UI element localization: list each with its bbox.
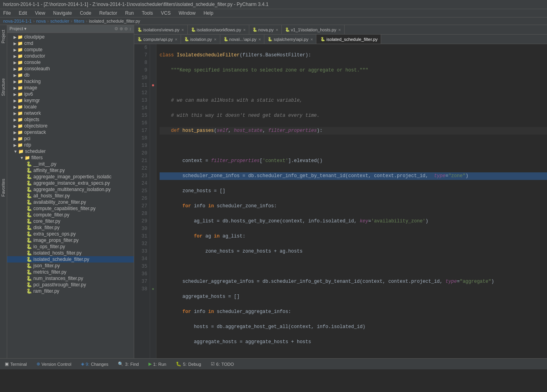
terminal-icon: ▣ bbox=[5, 361, 9, 367]
tree-item-openstack[interactable]: ▶ 📁openstack bbox=[7, 129, 134, 135]
menu-item-refactor[interactable]: Refactor bbox=[98, 10, 119, 16]
tab-isolation-py[interactable]: 🐍 isolation.py × bbox=[181, 35, 220, 44]
changes-number: 9: bbox=[86, 362, 89, 367]
bookmark-line11: ◉ bbox=[150, 82, 156, 89]
project-toolbar: ⚙ ⊕ ⊖ ↕ bbox=[114, 26, 131, 31]
tab-active-isolated-schedule[interactable]: 🐍 isolated_schedule_filter.py bbox=[316, 35, 381, 44]
menu-item-help[interactable]: Help bbox=[202, 10, 215, 16]
tree-item-compute-filter[interactable]: 🐍compute_filter.py bbox=[7, 212, 134, 218]
code-editor[interactable]: 6 7 8 9 10 11 12 13 14 15 16 17 18 19 20… bbox=[134, 44, 547, 358]
tree-item-db[interactable]: ▶ 📁db bbox=[7, 72, 134, 78]
run-number: 1: bbox=[153, 362, 157, 367]
debug-label: Debug bbox=[188, 362, 201, 367]
tree-item-json[interactable]: 🐍json_filter.py bbox=[7, 263, 134, 269]
tab-v1-1-isolation-hosts[interactable]: 🐍 v1_1\isolation_hosts.py × bbox=[282, 25, 345, 34]
tree-item-core[interactable]: 🐍core_filter.py bbox=[7, 218, 134, 224]
tab-compute-api[interactable]: 🐍 compute\api.py × bbox=[134, 35, 181, 44]
tree-item-compute-cap[interactable]: 🐍compute_capabilities_filter.py bbox=[7, 205, 134, 212]
project-panel: Project ▾ ⚙ ⊕ ⊖ ↕ ▶ 📁cloudpipe ▶ 📁cmd ▶ … bbox=[7, 25, 134, 358]
run-tool[interactable]: ▶ 1: Run bbox=[147, 361, 168, 367]
tab-sqlalchemy-api[interactable]: 🐍 sqlalchemy\api.py × bbox=[264, 35, 316, 44]
tree-item-ipv6[interactable]: ▶ 📁ipv6 bbox=[7, 91, 134, 97]
todo-number: 6: bbox=[216, 362, 220, 367]
code-content[interactable]: class IsolatedscheduleFilter(filters.Bas… bbox=[156, 44, 547, 358]
tree-item-extra-specs[interactable]: 🐍extra_specs_ops.py bbox=[7, 231, 134, 237]
line-numbers: 6 7 8 9 10 11 12 13 14 15 16 17 18 19 20… bbox=[134, 44, 150, 358]
breadcrumb-item[interactable]: nova bbox=[36, 19, 46, 23]
menu-item-tools[interactable]: Tools bbox=[140, 10, 154, 16]
favorites-side-tab[interactable]: Favorites bbox=[0, 177, 7, 198]
tree-item-isolated-hosts[interactable]: 🐍isolated_hosts_filter.py bbox=[7, 250, 134, 256]
find-tool[interactable]: 🔍 3: Find bbox=[116, 361, 141, 367]
breadcrumb-active-file: isolated_schedule_filter.py bbox=[89, 19, 140, 23]
tree-item-compute[interactable]: ▶ 📁compute bbox=[7, 46, 134, 53]
terminal-tool[interactable]: ▣ Terminal bbox=[3, 361, 29, 367]
changes-label: Changes bbox=[91, 362, 108, 367]
tree-item-objectstore[interactable]: ▶ 📁objectstore bbox=[7, 123, 134, 129]
tab-isolations-workflows[interactable]: 🐍 isolations\workflows.py × bbox=[188, 25, 249, 34]
editor-area: 🐍 isolations\views.py × 🐍 isolations\wor… bbox=[134, 25, 547, 358]
tree-item-agg-extra[interactable]: 🐍aggregate_instance_extra_specs.py bbox=[7, 180, 134, 186]
tree-item-keymgr[interactable]: ▶ 📁keymgr bbox=[7, 97, 134, 104]
tree-item-disk[interactable]: 🐍disk_filter.py bbox=[7, 224, 134, 231]
tree-item-init[interactable]: 🐍__init__.py bbox=[7, 161, 134, 167]
project-tree[interactable]: ▶ 📁cloudpipe ▶ 📁cmd ▶ 📁compute ▶ 📁conduc… bbox=[7, 33, 134, 358]
tree-item-agg-image[interactable]: 🐍aggregate_image_properties_isolatic bbox=[7, 174, 134, 180]
breadcrumb-item[interactable]: scheduler bbox=[50, 19, 69, 23]
menu-item-file[interactable]: File bbox=[2, 10, 12, 16]
terminal-label: Terminal bbox=[10, 362, 27, 367]
tree-item-metrics[interactable]: 🐍metrics_filter.py bbox=[7, 269, 134, 275]
run-icon: ▶ bbox=[148, 361, 152, 367]
tree-item-rdp[interactable]: ▶ 📁rdp bbox=[7, 142, 134, 148]
tree-item-console[interactable]: ▶ 📁console bbox=[7, 59, 134, 66]
bottom-status-bar: ▣ Terminal ⊕ Version Control ◈ 9: Change… bbox=[0, 358, 547, 369]
tree-item-network[interactable]: ▶ 📁network bbox=[7, 110, 134, 116]
menu-item-run[interactable]: Run bbox=[123, 10, 135, 16]
project-title: Project ▾ bbox=[10, 26, 27, 31]
menu-item-navigate[interactable]: Navigate bbox=[52, 10, 73, 16]
todo-icon: ☑ bbox=[211, 361, 215, 367]
find-icon: 🔍 bbox=[118, 361, 123, 367]
bookmark-line38: ◈ bbox=[150, 286, 156, 293]
tree-item-agg-multi[interactable]: 🐍aggregate_multitenancy_isolation.py bbox=[7, 186, 134, 193]
tree-item-hacking[interactable]: ▶ 📁hacking bbox=[7, 78, 134, 85]
version-control-tool[interactable]: ⊕ Version Control bbox=[35, 361, 73, 367]
title-text: horizon-2014-1-1 - [Z:\horizon-2014-1-1]… bbox=[3, 2, 268, 7]
breadcrumb-item[interactable]: filters bbox=[74, 19, 84, 23]
menu-item-view[interactable]: View bbox=[33, 10, 47, 16]
tree-item-isolated-schedule[interactable]: 🐍isolated_schedule_filter.py bbox=[7, 256, 134, 263]
tree-item-pci[interactable]: ▶ 📁pci bbox=[7, 135, 134, 142]
menu-item-edit[interactable]: Edit bbox=[17, 10, 29, 16]
tab-nova-api[interactable]: 🐍 nova\...\api.py × bbox=[220, 35, 265, 44]
tree-item-cloudpipe[interactable]: ▶ 📁cloudpipe bbox=[7, 34, 134, 40]
tree-item-io-ops[interactable]: 🐍io_ops_filter.py bbox=[7, 243, 134, 250]
breadcrumb-item[interactable]: nova-2014-1-1 bbox=[3, 19, 32, 23]
tree-item-objects[interactable]: ▶ 📁objects bbox=[7, 116, 134, 123]
vcs-icon: ⊕ bbox=[37, 361, 40, 367]
tree-item-filters[interactable]: ▼ 📁filters bbox=[7, 154, 134, 161]
tree-item-consoleauth[interactable]: ▶ 📁consoleauth bbox=[7, 66, 134, 72]
tab-isolations-views[interactable]: 🐍 isolations\views.py × bbox=[134, 25, 188, 34]
menu-item-vcs[interactable]: VCS bbox=[159, 10, 172, 16]
menu-item-window[interactable]: Window bbox=[177, 10, 197, 16]
tree-item-image-props[interactable]: 🐍image_props_filter.py bbox=[7, 237, 134, 243]
tree-item-all-hosts[interactable]: 🐍all_hosts_filter.py bbox=[7, 193, 134, 199]
structure-side-tab[interactable]: Structure bbox=[0, 77, 7, 98]
todo-tool[interactable]: ☑ 6: TODO bbox=[209, 361, 236, 367]
menu-item-code[interactable]: Code bbox=[78, 10, 93, 16]
tree-item-scheduler[interactable]: ▼ 📁scheduler bbox=[7, 148, 134, 154]
tree-item-ram[interactable]: 🐍ram_filter.py bbox=[7, 288, 134, 294]
tree-item-locale[interactable]: ▶ 📁locale bbox=[7, 104, 134, 110]
tree-item-avail-zone[interactable]: 🐍availability_zone_filter.py bbox=[7, 199, 134, 205]
tree-item-affinity[interactable]: 🐍affinity_filter.py bbox=[7, 167, 134, 174]
tree-item-num-instances[interactable]: 🐍num_instances_filter.py bbox=[7, 275, 134, 282]
project-side-tab[interactable]: Project bbox=[0, 28, 7, 45]
tree-item-conductor[interactable]: ▶ 📁conductor bbox=[7, 53, 134, 59]
debug-tool[interactable]: 🐛 5: Debug bbox=[174, 361, 203, 367]
tree-item-image[interactable]: ▶ 📁image bbox=[7, 85, 134, 91]
menu-bar: FileEditViewNavigateCodeRefactorRunTools… bbox=[0, 9, 547, 17]
tree-item-cmd[interactable]: ▶ 📁cmd bbox=[7, 40, 134, 46]
changes-tool[interactable]: ◈ 9: Changes bbox=[79, 361, 110, 367]
tree-item-pci-pass[interactable]: 🐍pci_passthrough_filter.py bbox=[7, 282, 134, 288]
tab-nova-py[interactable]: 🐍 nova.py × bbox=[249, 25, 282, 34]
